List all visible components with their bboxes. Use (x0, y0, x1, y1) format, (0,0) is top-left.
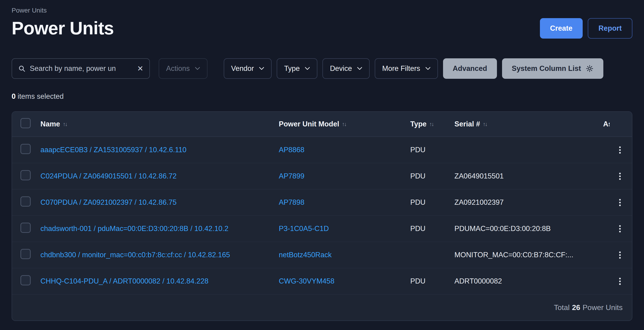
chevron-down-icon (305, 67, 310, 70)
power-unit-name-link[interactable]: aaapcECE0B3 / ZA1531005937 / 10.42.6.110 (40, 146, 186, 154)
serial-cell: ADRT0000082 (454, 277, 603, 286)
sort-icon[interactable]: ↑↓ (63, 121, 67, 127)
row-checkbox[interactable] (20, 144, 31, 154)
total-suffix: Power Units (583, 303, 623, 312)
power-unit-name-link[interactable]: chdbnb300 / monitor_mac=00:c0:b7:8c:cf:c… (40, 251, 230, 259)
kebab-menu-icon[interactable] (617, 171, 623, 182)
row-checkbox-cell (12, 144, 40, 156)
column-header-type[interactable]: Type ↑↓ (410, 120, 454, 128)
select-all-checkbox[interactable] (20, 118, 31, 128)
column-header-serial[interactable]: Serial # ↑↓ (454, 120, 603, 128)
system-column-list-label: System Column List (512, 64, 581, 73)
name-cell: C070PDUA / ZA0921002397 / 10.42.86.75 (40, 198, 279, 206)
vendor-filter-dropdown[interactable]: Vendor (224, 58, 272, 79)
create-button[interactable]: Create (540, 18, 583, 38)
table-row: C070PDUA / ZA0921002397 / 10.42.86.75 AP… (12, 190, 632, 216)
system-column-list-button[interactable]: System Column List (502, 58, 603, 79)
row-checkbox[interactable] (20, 223, 31, 233)
serial-cell: ZA0649015501 (454, 172, 603, 180)
selected-label: items selected (16, 92, 64, 100)
type-cell: PDU (410, 277, 454, 286)
row-checkbox-cell (12, 275, 40, 287)
column-header-model[interactable]: Power Unit Model ↑↓ (279, 120, 410, 128)
power-unit-model-link[interactable]: P3-1C0A5-C1D (279, 224, 329, 233)
row-checkbox[interactable] (20, 249, 31, 259)
serial-cell: MONITOR_MAC=00:C0:B7:8C:CF:... (454, 251, 603, 259)
type-cell: PDU (410, 224, 454, 233)
device-filter-label: Device (330, 64, 352, 73)
model-cell: AP7899 (279, 172, 410, 180)
vendor-filter-label: Vendor (231, 64, 254, 73)
name-cell: aaapcECE0B3 / ZA1531005937 / 10.42.6.110 (40, 146, 279, 154)
type-cell: PDU (410, 146, 454, 154)
search-input[interactable] (30, 64, 133, 73)
power-unit-name-link[interactable]: C024PDUA / ZA0649015501 / 10.42.86.72 (40, 172, 176, 180)
row-actions-cell (610, 250, 632, 260)
serial-cell: ZA0921002397 (454, 198, 603, 206)
table-body: aaapcECE0B3 / ZA1531005937 / 10.42.6.110… (12, 137, 632, 294)
search-icon (18, 65, 26, 72)
chevron-down-icon (259, 67, 264, 70)
name-cell: chdbnb300 / monitor_mac=00:c0:b7:8c:cf:c… (40, 251, 279, 259)
power-unit-model-link[interactable]: AP7898 (279, 198, 304, 206)
row-actions-cell (610, 197, 632, 208)
column-header-name[interactable]: Name ↑↓ (40, 120, 279, 128)
sort-icon[interactable]: ↑↓ (429, 121, 434, 127)
column-header-assigned[interactable]: Assigned (603, 120, 610, 128)
power-unit-name-link[interactable]: CHHQ-C104-PDU_A / ADRT0000082 / 10.42.84… (40, 277, 208, 285)
table-row: chadsworth-001 / pduMac=00:0E:D3:00:20:8… (12, 216, 632, 242)
row-checkbox-cell (12, 249, 40, 261)
type-filter-label: Type (284, 64, 300, 73)
row-checkbox-cell (12, 196, 40, 208)
chevron-down-icon (195, 67, 200, 70)
power-unit-model-link[interactable]: netBotz450Rack (279, 251, 332, 259)
power-unit-model-link[interactable]: AP8868 (279, 146, 304, 154)
model-cell: P3-1C0A5-C1D (279, 224, 410, 233)
total-count: 26 (572, 303, 580, 312)
kebab-menu-icon[interactable] (617, 276, 623, 287)
actions-dropdown[interactable]: Actions (159, 58, 208, 79)
chevron-down-icon (426, 67, 430, 70)
device-filter-dropdown[interactable]: Device (322, 58, 370, 79)
actions-dropdown-label: Actions (166, 64, 190, 73)
type-cell: PDU (410, 198, 454, 206)
breadcrumb[interactable]: Power Units (12, 6, 632, 14)
more-filters-label: More Filters (382, 64, 420, 73)
sort-icon[interactable]: ↑↓ (342, 121, 346, 127)
kebab-menu-icon[interactable] (617, 223, 623, 234)
report-button[interactable]: Report (588, 18, 632, 38)
advanced-button[interactable]: Advanced (443, 58, 497, 79)
table-row: CHHQ-C104-PDU_A / ADRT0000082 / 10.42.84… (12, 268, 632, 294)
chevron-down-icon (357, 67, 362, 70)
page-title: Power Units (12, 18, 114, 39)
search-box[interactable]: ✕ (12, 58, 150, 79)
table-row: chdbnb300 / monitor_mac=00:c0:b7:8c:cf:c… (12, 242, 632, 268)
type-filter-dropdown[interactable]: Type (277, 58, 317, 79)
table-row: C024PDUA / ZA0649015501 / 10.42.86.72 AP… (12, 163, 632, 190)
advanced-button-label: Advanced (453, 64, 487, 73)
more-filters-dropdown[interactable]: More Filters (375, 58, 438, 79)
top-actions: Create Report (540, 18, 632, 38)
clear-search-icon[interactable]: ✕ (137, 65, 143, 72)
name-cell: chadsworth-001 / pduMac=00:0E:D3:00:20:8… (40, 224, 279, 233)
row-checkbox[interactable] (20, 170, 31, 180)
name-cell: CHHQ-C104-PDU_A / ADRT0000082 / 10.42.84… (40, 277, 279, 286)
kebab-menu-icon[interactable] (617, 197, 623, 208)
model-cell: netBotz450Rack (279, 251, 410, 259)
kebab-menu-icon[interactable] (617, 250, 623, 260)
sort-icon[interactable]: ↑↓ (483, 121, 487, 127)
row-checkbox[interactable] (20, 275, 31, 286)
kebab-menu-icon[interactable] (617, 144, 623, 156)
power-units-table: Name ↑↓ Power Unit Model ↑↓ Type ↑↓ Seri… (12, 111, 632, 321)
power-unit-name-link[interactable]: chadsworth-001 / pduMac=00:0E:D3:00:20:8… (40, 224, 228, 233)
power-unit-name-link[interactable]: C070PDUA / ZA0921002397 / 10.42.86.75 (40, 198, 176, 206)
row-actions-cell (610, 276, 632, 287)
total-label: Total (554, 303, 570, 312)
power-unit-model-link[interactable]: CWG-30VYM458 (279, 277, 334, 285)
row-actions-cell (610, 144, 632, 156)
power-unit-model-link[interactable]: AP7899 (279, 172, 304, 180)
row-checkbox[interactable] (20, 196, 31, 206)
serial-cell: PDUMAC=00:0E:D3:00:20:8B (454, 224, 603, 233)
title-row: Power Units Create Report (12, 18, 632, 39)
selected-count: 0 (12, 92, 16, 100)
